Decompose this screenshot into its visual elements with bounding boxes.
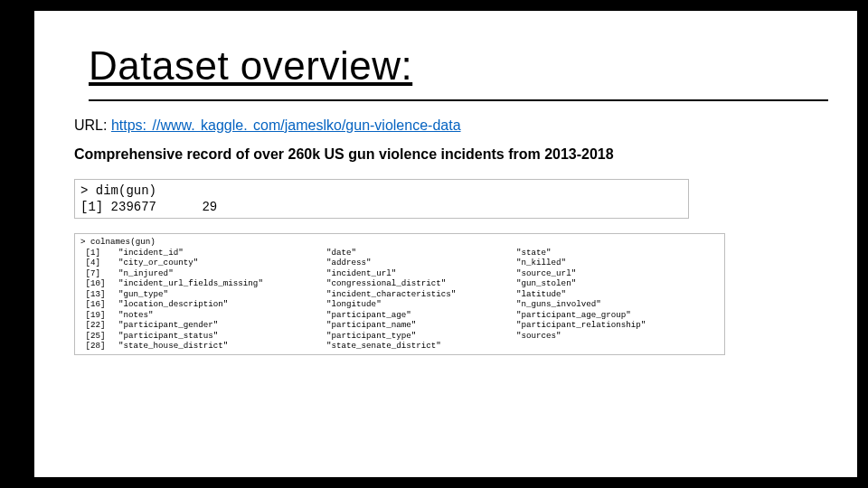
colnames-row: [22]"participant_gender""participant_nam… <box>80 320 719 331</box>
col-1: "city_or_county" <box>118 258 326 268</box>
colnames-row: [16]"location_description""longitude""n_… <box>80 299 719 310</box>
row-index: [1] <box>80 248 118 258</box>
colnames-row: [4]"city_or_county""address""n_killed" <box>80 258 719 268</box>
colnames-command: > colnames(gun) <box>80 237 156 247</box>
dataset-url-link[interactable]: https: //www. kaggle. com/jameslko/gun-v… <box>111 117 461 133</box>
dim-command: > dim(gun) <box>80 183 156 198</box>
col-1: "n_injured" <box>118 268 326 279</box>
col-2: "longitude" <box>326 299 516 310</box>
colnames-row: [19]"notes""participant_age""participant… <box>80 310 719 321</box>
col-1: "gun_type" <box>118 289 326 300</box>
col-2: "state_senate_district" <box>326 341 516 352</box>
colnames-row: [25]"participant_status""participant_typ… <box>80 331 719 342</box>
col-2: "incident_characteristics" <box>326 289 516 300</box>
row-index: [10] <box>80 278 118 289</box>
dim-output-box: > dim(gun) [1] 239677 29 <box>74 179 689 219</box>
colnames-row: [7]"n_injured""incident_url""source_url" <box>80 268 719 279</box>
col-2: "participant_type" <box>326 331 516 342</box>
col-2: "participant_name" <box>326 320 516 331</box>
col-3: "participant_age_group" <box>516 310 719 321</box>
col-3: "latitude" <box>516 289 719 300</box>
slide-title: Dataset overview: <box>89 43 828 89</box>
col-1: "location_description" <box>118 299 326 310</box>
col-1: "notes" <box>118 310 326 321</box>
slide: Dataset overview: URL: https: //www. kag… <box>34 11 857 477</box>
col-2: "incident_url" <box>326 268 516 279</box>
col-3: "n_killed" <box>516 258 719 268</box>
row-index: [4] <box>80 258 118 268</box>
colnames-row: [1]"incident_id""date""state" <box>80 248 719 258</box>
colnames-row: [13]"gun_type""incident_characteristics"… <box>80 289 719 300</box>
col-3: "gun_stolen" <box>516 278 719 289</box>
col-1: "incident_url_fields_missing" <box>118 278 326 289</box>
colnames-row: [28]"state_house_district""state_senate_… <box>80 341 719 352</box>
col-3: "state" <box>516 248 719 258</box>
col-3: "source_url" <box>516 268 719 279</box>
title-divider <box>89 99 828 101</box>
col-2: "congressional_district" <box>326 278 516 289</box>
row-index: [13] <box>80 289 118 300</box>
col-2: "date" <box>326 248 516 258</box>
row-index: [19] <box>80 310 118 321</box>
url-line: URL: https: //www. kaggle. com/jameslko/… <box>74 117 828 134</box>
row-index: [16] <box>80 299 118 310</box>
col-3: "n_guns_involved" <box>516 299 719 310</box>
col-2: "address" <box>326 258 516 268</box>
row-index: [22] <box>80 320 118 331</box>
col-3 <box>516 341 719 352</box>
row-index: [25] <box>80 331 118 342</box>
col-3: "sources" <box>516 331 719 342</box>
col-1: "participant_status" <box>118 331 326 342</box>
url-label: URL: <box>74 117 111 133</box>
col-1: "incident_id" <box>118 248 326 258</box>
colnames-row: [10]"incident_url_fields_missing""congre… <box>80 278 719 289</box>
dim-output: [1] 239677 29 <box>80 200 217 214</box>
col-1: "state_house_district" <box>118 341 326 352</box>
row-index: [7] <box>80 268 118 279</box>
colnames-output-box: > colnames(gun) [1]"incident_id""date""s… <box>74 233 725 355</box>
col-1: "participant_gender" <box>118 320 326 331</box>
col-2: "participant_age" <box>326 310 516 321</box>
col-3: "participant_relationship" <box>516 320 719 331</box>
row-index: [28] <box>80 341 118 352</box>
dataset-description: Comprehensive record of over 260k US gun… <box>74 146 828 163</box>
